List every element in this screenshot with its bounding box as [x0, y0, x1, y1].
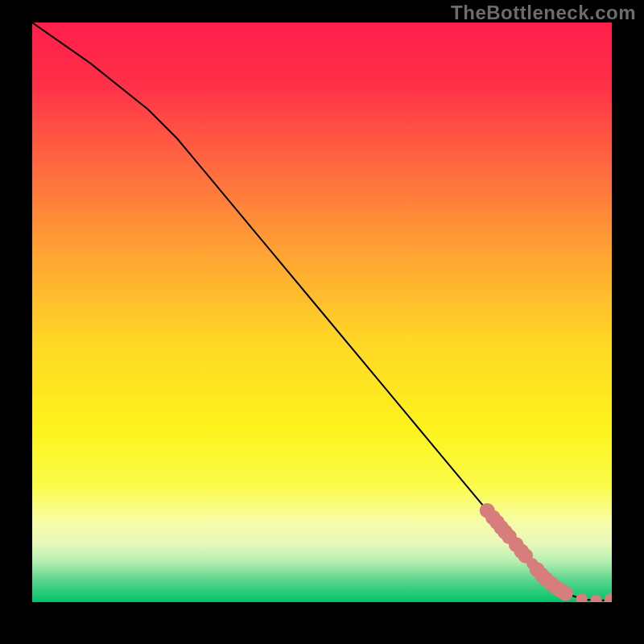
chart-marker — [558, 586, 573, 601]
watermark-text: TheBottleneck.com — [451, 2, 636, 24]
chart-stage: TheBottleneck.com — [0, 0, 644, 644]
chart-svg — [32, 23, 612, 602]
chart-plot-area — [32, 23, 612, 602]
